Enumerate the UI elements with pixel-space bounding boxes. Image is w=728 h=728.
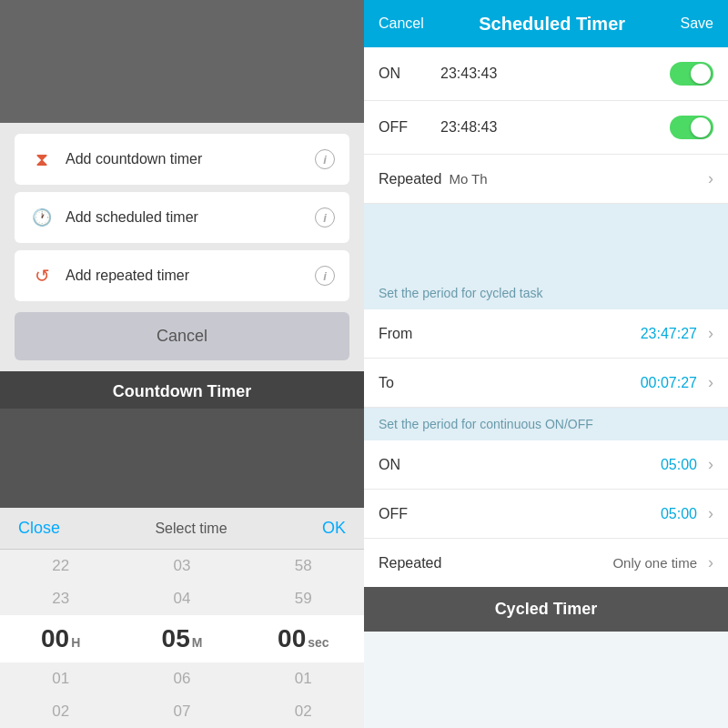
min-cell-07: 07 [121,695,242,728]
min-cell-04: 04 [121,582,242,615]
countdown-info-icon[interactable]: i [315,149,335,169]
min-cell-03: 03 [121,550,242,582]
off2-label: OFF [379,506,433,522]
time-picker-title: Select time [155,521,227,537]
on2-chevron-icon: › [708,455,713,474]
cycled-task-header: Set the period for cycled task [364,277,728,309]
on-value: 23:43:43 [440,66,670,82]
right-panel: Cancel Scheduled Timer Save ON 23:43:43 … [364,0,728,728]
off-toggle[interactable] [670,116,713,139]
left-panel: ⧗ Add countdown timer i 🕐 Add scheduled … [0,0,364,728]
on-toggle[interactable] [670,62,713,86]
repeated2-label: Repeated [379,555,441,571]
off-row[interactable]: OFF 23:48:43 [364,101,728,155]
countdown-icon: ⧗ [29,147,55,172]
add-repeated-item[interactable]: ↺ Add repeated timer i [15,250,349,301]
hour-cell-current[interactable]: 00H [0,615,121,662]
to-row[interactable]: To 00:07:27 › [364,359,728,408]
time-picker-close-button[interactable]: Close [18,519,60,538]
off2-chevron-icon: › [708,504,713,523]
from-value: 23:47:27 [641,326,697,342]
countdown-label: Add countdown timer [66,151,304,167]
sec-cell-59: 59 [243,582,364,615]
on2-value: 05:00 [661,457,697,473]
scheduled-icon: 🕐 [29,205,55,230]
scheduled-info-icon[interactable]: i [315,207,335,228]
sec-cell-02: 02 [243,695,364,728]
to-chevron-icon: › [708,373,713,392]
hour-cell-02: 02 [0,695,121,728]
on-row[interactable]: ON 23:43:43 [364,47,728,101]
repeated-label: Repeated [379,171,441,187]
hour-cell-23: 23 [0,582,121,615]
time-picker: Close Select time OK 22 23 00H 01 02 03 [0,508,364,728]
repeated-chevron-icon: › [708,169,713,188]
off-label: OFF [379,119,433,136]
on-toggle-knob [691,64,711,84]
header-title: Scheduled Timer [479,14,625,35]
header-save-button[interactable]: Save [681,15,713,32]
time-picker-columns: 22 23 00H 01 02 03 04 05M 06 07 [0,550,364,728]
from-label: From [379,326,433,342]
repeated-icon: ↺ [29,263,55,288]
repeated-row[interactable]: Repeated Mo Th › [364,155,728,204]
hour-cell-22: 22 [0,550,121,582]
cycled-timer-title: Cycled Timer [495,600,598,618]
sec-cell-current[interactable]: 00sec [243,615,364,662]
continuous-onoff-header: Set the period for continuous ON/OFF [364,408,728,440]
min-cell-current[interactable]: 05M [121,615,242,662]
seconds-column: 58 59 00sec 01 02 [243,550,364,728]
off2-value: 05:00 [661,506,697,522]
cycled-timer-footer: Cycled Timer [364,587,728,632]
minutes-column: 03 04 05M 06 07 [121,550,242,728]
off-toggle-knob [691,117,711,137]
repeated-days: Mo Th [449,171,701,187]
add-scheduled-item[interactable]: 🕐 Add scheduled timer i [15,192,349,243]
header-cancel-button[interactable]: Cancel [379,15,424,32]
off2-row[interactable]: OFF 05:00 › [364,490,728,539]
sec-cell-58: 58 [243,550,364,582]
repeated2-value: Only one time [612,555,697,571]
to-value: 00:07:27 [641,375,697,391]
sec-cell-01: 01 [243,662,364,695]
left-top-area [0,0,364,123]
countdown-section: Countdown Timer Close Select time OK 22 … [0,371,364,728]
hour-cell-01: 01 [0,662,121,695]
spacer-area [364,204,728,277]
menu-section: ⧗ Add countdown timer i 🕐 Add scheduled … [0,123,364,371]
time-picker-ok-button[interactable]: OK [322,519,346,538]
scheduled-label: Add scheduled timer [66,209,304,226]
add-countdown-item[interactable]: ⧗ Add countdown timer i [15,134,349,185]
on2-label: ON [379,457,433,473]
on-label: ON [379,66,433,82]
repeated-label: Add repeated timer [66,268,304,284]
countdown-title: Countdown Timer [0,371,364,409]
hours-column: 22 23 00H 01 02 [0,550,121,728]
from-row[interactable]: From 23:47:27 › [364,309,728,359]
menu-cancel-button[interactable]: Cancel [15,312,349,360]
min-cell-06: 06 [121,662,242,695]
countdown-display-area [0,409,364,508]
repeated2-chevron-icon: › [708,553,713,572]
time-picker-header: Close Select time OK [0,508,364,550]
repeated2-row[interactable]: Repeated Only one time › [364,539,728,587]
scheduled-timer-header: Cancel Scheduled Timer Save [364,0,728,47]
repeated-info-icon[interactable]: i [315,266,335,286]
to-label: To [379,375,433,391]
on2-row[interactable]: ON 05:00 › [364,440,728,490]
off-value: 23:48:43 [440,119,670,136]
from-chevron-icon: › [708,324,713,343]
